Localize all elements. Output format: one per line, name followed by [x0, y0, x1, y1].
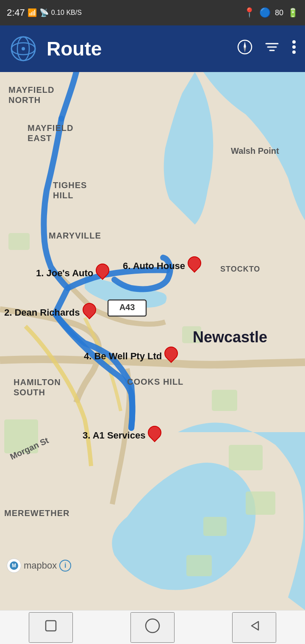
more-menu-icon[interactable]: [291, 39, 297, 58]
svg-point-7: [244, 46, 246, 48]
status-right: 📍 🔵 80 🔋: [244, 7, 298, 18]
svg-rect-18: [246, 491, 275, 515]
map-svg: A43: [0, 72, 305, 610]
svg-point-13: [292, 50, 296, 54]
map-container[interactable]: A43 MAYFIELDNORTH MAYFIELDEAST TIGHESHIL…: [0, 72, 305, 610]
bluetooth-icon: 🔵: [259, 7, 271, 18]
home-button[interactable]: [130, 612, 175, 643]
page-title: Route: [47, 37, 229, 60]
svg-marker-29: [252, 622, 258, 630]
info-icon[interactable]: i: [59, 560, 71, 572]
svg-point-28: [146, 619, 159, 633]
recents-button[interactable]: [29, 612, 73, 643]
location-icon: 📍: [244, 7, 255, 18]
battery-icon: 🔋: [288, 8, 298, 18]
compass-icon[interactable]: [237, 39, 252, 58]
status-left: 2:47 📶 📡 0.10 KB/S: [7, 7, 82, 18]
svg-point-3: [22, 47, 25, 50]
status-bar: 2:47 📶 📡 0.10 KB/S 📍 🔵 80 🔋: [0, 0, 305, 25]
svg-rect-27: [46, 621, 56, 631]
mapbox-label: mapbox: [24, 560, 57, 571]
svg-point-11: [292, 40, 296, 44]
svg-rect-20: [186, 555, 212, 576]
nav-bar: [0, 610, 305, 644]
wifi-icon: 📡: [39, 8, 49, 17]
app-bar: Route: [0, 25, 305, 72]
svg-rect-15: [4, 419, 38, 453]
svg-rect-17: [229, 445, 263, 470]
mapbox-logo: M: [7, 558, 21, 573]
time-display: 2:47: [7, 7, 25, 18]
app-bar-icons: [237, 39, 297, 58]
svg-point-12: [292, 45, 296, 49]
app-logo: [8, 34, 38, 64]
mapbox-attribution: M mapbox i: [7, 558, 71, 573]
svg-rect-21: [8, 233, 30, 250]
svg-text:M: M: [12, 563, 16, 569]
info-label: i: [64, 562, 66, 569]
data-speed: 0.10 KB/S: [51, 9, 82, 17]
svg-rect-19: [203, 517, 227, 536]
signal-icon: 📶: [28, 8, 37, 17]
svg-rect-16: [212, 390, 237, 411]
back-button[interactable]: [232, 612, 276, 643]
svg-text:A43: A43: [119, 303, 135, 312]
battery-display: 80: [275, 8, 283, 17]
filter-icon[interactable]: [264, 41, 280, 57]
svg-rect-22: [182, 326, 201, 343]
